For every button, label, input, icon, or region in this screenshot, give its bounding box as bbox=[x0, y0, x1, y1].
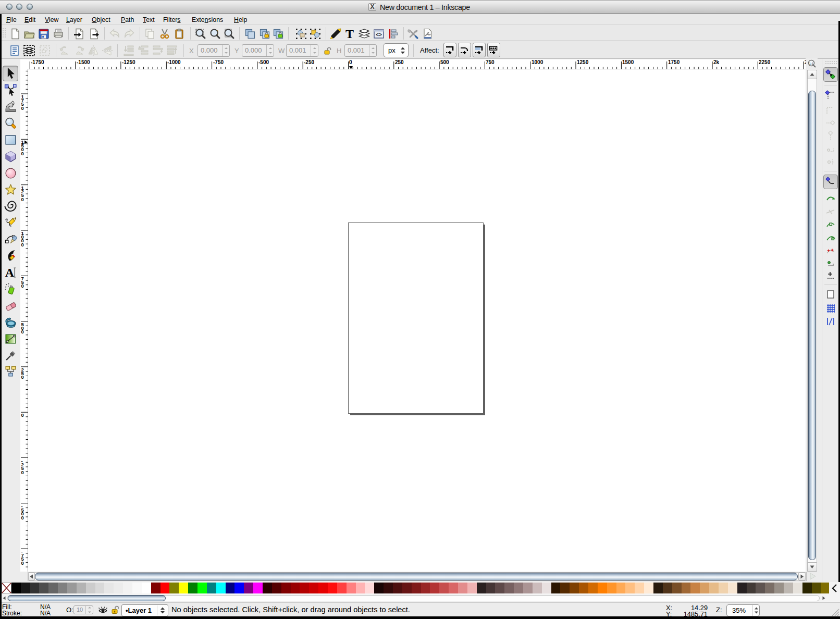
svg-text:T: T bbox=[345, 28, 354, 40]
svg-text:1:1: 1:1 bbox=[809, 62, 814, 65]
svg-text:A: A bbox=[5, 266, 15, 279]
svg-text:<>: <> bbox=[376, 32, 382, 38]
